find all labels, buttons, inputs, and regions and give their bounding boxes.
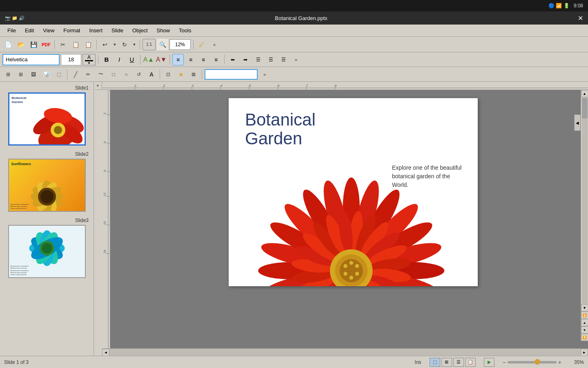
align-center-btn[interactable]: ≡	[185, 54, 196, 65]
paste-btn[interactable]: 📋	[82, 39, 94, 50]
close-button[interactable]: ✕	[578, 14, 583, 22]
undo-arrow[interactable]: ▼	[112, 39, 118, 50]
align-justify-btn[interactable]: ≡	[210, 54, 222, 65]
image-btn[interactable]: 🖼	[28, 69, 39, 80]
main-slide[interactable]: BotanicalGarden Explore one of the beaut…	[229, 98, 478, 286]
eraser-btn[interactable]: 🖊	[196, 39, 207, 50]
table2-btn[interactable]: ⊞	[15, 69, 27, 80]
slide-thumb-1[interactable]: BotanicalGarden	[8, 92, 86, 146]
slide1-flower-svg	[31, 103, 85, 144]
rotate-btn[interactable]: ↺	[133, 69, 145, 80]
menu-format[interactable]: Format	[59, 26, 84, 35]
menu-slide[interactable]: Slide	[107, 26, 127, 35]
menu-object[interactable]: Object	[128, 26, 152, 35]
scroll-left-btn[interactable]: ◄	[102, 349, 109, 356]
scroll-right-btn[interactable]: ►	[581, 349, 588, 356]
more-btn3[interactable]: »	[259, 69, 270, 80]
title-bar-left: 📷 📁 🔊	[5, 16, 24, 21]
list2-btn[interactable]: ☰	[265, 54, 276, 65]
open-btn[interactable]: 📂	[15, 39, 27, 50]
font-size-input[interactable]: 18	[61, 54, 81, 65]
save-btn[interactable]: 💾	[28, 39, 39, 50]
menu-insert[interactable]: Insert	[85, 26, 107, 35]
slide-canvas[interactable]: BotanicalGarden Explore one of the beaut…	[110, 90, 588, 348]
slide-label-1: Slide1	[3, 85, 90, 91]
chart-btn[interactable]: 📊	[40, 69, 52, 80]
slide-thumb-3-inner: Sed posuere consecteturNulla ac dolor si…	[9, 226, 85, 277]
menu-file[interactable]: File	[3, 26, 20, 35]
italic-btn[interactable]: I	[114, 54, 125, 65]
indent-btn[interactable]: ➡	[240, 54, 251, 65]
outdent-btn[interactable]: ⬅	[227, 54, 238, 65]
scroll-top-btn[interactable]: ⏫	[581, 312, 588, 319]
bold-btn[interactable]: B	[101, 54, 112, 65]
play-btn[interactable]: ▶	[484, 358, 494, 367]
search-input[interactable]	[205, 69, 258, 80]
oval-btn[interactable]: ○	[120, 69, 132, 80]
line-btn[interactable]: ╱	[70, 69, 81, 80]
scroll-bottom-btn[interactable]: ⏬	[581, 334, 588, 341]
svg-text:18: 18	[103, 250, 107, 254]
zoom-plus-icon[interactable]: +	[558, 359, 561, 366]
group-btn[interactable]: ⊡	[163, 69, 174, 80]
zoom-slider-thumb[interactable]	[535, 359, 540, 365]
list3-btn[interactable]: ☰	[278, 54, 289, 65]
scroll-down-btn[interactable]: ▼	[581, 304, 588, 312]
grow-text-btn[interactable]: A▲	[143, 54, 154, 65]
fit-btn[interactable]: 1:1	[143, 39, 156, 50]
scroll-pgup-btn[interactable]: ▲	[581, 319, 588, 326]
slide2-body: Sed posuere consecteturNulla ac dolor si…	[11, 203, 29, 209]
vertical-scrollbar: ▲ ▼ ⏫ ▲ ▼ ⏬	[581, 90, 588, 341]
slide-thumb-3[interactable]: Sed posuere consecteturNulla ac dolor si…	[8, 225, 86, 278]
svg-point-6	[54, 126, 62, 134]
scroll-thumb-v[interactable]	[582, 98, 588, 119]
pdf-btn[interactable]: PDF	[40, 39, 52, 50]
crop-btn[interactable]: ⊠	[188, 69, 199, 80]
slide-thumb-2[interactable]: Sunflowers Sed posuere consec	[8, 159, 86, 212]
scroll-up-btn[interactable]: ▲	[581, 90, 588, 97]
zoom-btn[interactable]: 🔍	[157, 39, 168, 50]
scroll-track-v[interactable]	[582, 97, 588, 304]
align-right-btn[interactable]: ≡	[198, 54, 209, 65]
normal-view-btn[interactable]: ⬚	[430, 358, 440, 367]
more-btn1[interactable]: »	[209, 39, 220, 50]
list-btn[interactable]: ☰	[252, 54, 264, 65]
shape-btn[interactable]: ⬚	[53, 69, 65, 80]
slide-label-2: Slide2	[3, 151, 90, 157]
outline-view-btn[interactable]: ☰	[453, 358, 464, 367]
more-btn2[interactable]: »	[290, 54, 302, 65]
zoom-input[interactable]: 12%	[169, 39, 191, 50]
notes-view-btn[interactable]: 📋	[465, 358, 476, 367]
menu-tools[interactable]: Tools	[175, 26, 195, 35]
undo-btn[interactable]: ↩	[99, 39, 111, 50]
shrink-text-btn[interactable]: A▼	[156, 54, 167, 65]
font-color-btn[interactable]: A ▼	[82, 54, 96, 65]
redo-btn[interactable]: ↻	[119, 39, 130, 50]
separator2	[96, 40, 97, 49]
menu-show[interactable]: Show	[153, 26, 174, 35]
menu-view[interactable]: View	[39, 26, 58, 35]
v-ruler-svg: 3 6 9 12 15 18	[102, 90, 110, 348]
cut-btn[interactable]: ✂	[57, 39, 69, 50]
redo-arrow[interactable]: ▼	[131, 39, 137, 50]
scroll-pgdn-btn[interactable]: ▼	[581, 326, 588, 334]
font-name-input[interactable]: Helvetica	[2, 54, 60, 65]
rect-btn[interactable]: □	[108, 69, 119, 80]
new-btn[interactable]: 📄	[2, 39, 14, 50]
menu-edit[interactable]: Edit	[21, 26, 38, 35]
slide1-title: BotanicalGarden	[12, 96, 27, 104]
pen-btn[interactable]: ✏	[82, 69, 94, 80]
slide-title: BotanicalGarden	[245, 110, 316, 148]
scroll-track-h[interactable]	[109, 349, 581, 356]
text-btn[interactable]: A	[146, 69, 157, 80]
copy-btn[interactable]: 📋	[70, 39, 81, 50]
align-left-btn[interactable]: ≡	[172, 54, 184, 65]
curve-btn[interactable]: 〜	[95, 69, 107, 80]
zoom-minus-icon[interactable]: −	[503, 359, 506, 366]
underline-btn[interactable]: U	[126, 54, 138, 65]
zoom-slider[interactable]	[508, 361, 557, 364]
panel-collapse-btn[interactable]: ◀	[574, 114, 581, 131]
table-btn[interactable]: ⊞	[2, 69, 14, 80]
star-btn[interactable]: ★	[175, 69, 187, 80]
slide-sorter-btn[interactable]: ⊞	[441, 358, 452, 367]
